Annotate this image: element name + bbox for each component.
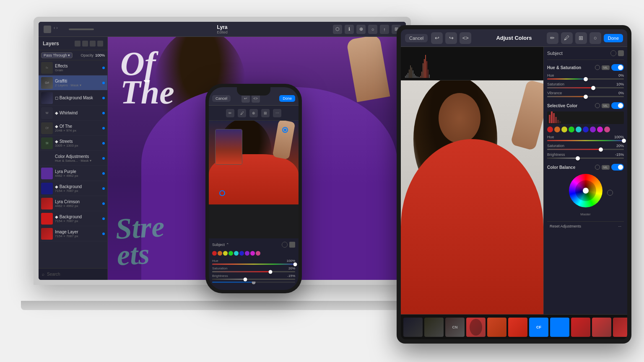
iphone-dot-purple[interactable] (245, 251, 249, 256)
layer-bg-mask[interactable]: ◻ Background Mask (39, 90, 107, 106)
color-dot-orange[interactable] (554, 127, 560, 132)
layer-whirlwind[interactable]: W ◆ Whirlwind (39, 106, 107, 121)
film-thumb-10[interactable] (592, 318, 611, 337)
info-btn[interactable]: ℹ (345, 25, 354, 34)
color-dot-blue[interactable] (583, 127, 589, 132)
film-thumb-1[interactable] (403, 318, 423, 337)
color-dot-magenta[interactable] (604, 127, 610, 132)
adjust-btn[interactable]: ⊕ (356, 25, 366, 34)
slider-sat-track[interactable] (547, 87, 624, 88)
film-thumb-3[interactable]: CN (445, 318, 465, 337)
ipad-grid-icon[interactable]: ⊞ (575, 32, 587, 44)
color-wheel-dot[interactable] (584, 189, 588, 193)
iphone-pen-icon[interactable]: 🖊 (238, 109, 246, 117)
iphone-dot-pink[interactable] (250, 251, 255, 256)
iphone-brightness-thumb[interactable] (244, 277, 247, 281)
iphone-dot-blue[interactable] (239, 251, 244, 256)
layers-search[interactable]: ⌕ Search (39, 268, 107, 280)
slider-hue-thumb[interactable] (584, 77, 588, 81)
iphone-more-icon-small[interactable] (289, 242, 295, 248)
slider-sel-sat-thumb[interactable] (599, 147, 603, 152)
reset-adjustments-button[interactable]: Reset Adjustments ··· (547, 221, 624, 231)
iphone-more-icon[interactable]: ⋯ (273, 109, 281, 117)
ipad-pen-icon[interactable]: 🖊 (561, 32, 573, 44)
color-wheel-outer-control[interactable] (607, 190, 613, 196)
color-balance-reset-icon[interactable] (595, 165, 600, 170)
layer-ofthe[interactable]: Of ◆ Of The 2048 × 974 px (39, 121, 107, 136)
layer-bg-blue[interactable]: ◆ Background 7154 × 7087 px (39, 181, 107, 196)
film-thumb-8[interactable] (550, 318, 569, 337)
film-thumb-4[interactable] (466, 318, 486, 337)
layer-bg-red[interactable]: ◆ Background 7154 × 7087 px (39, 211, 107, 226)
iphone-dot-magenta[interactable] (256, 251, 260, 256)
layer-lyra-crimson[interactable]: Lyra Crimson 4462 × 4962 px (39, 196, 107, 211)
slider-vibrance-thumb[interactable] (584, 95, 588, 99)
selective-toggle[interactable] (611, 102, 624, 109)
iphone-hue-track[interactable] (212, 264, 295, 265)
film-thumb-9[interactable] (571, 318, 590, 337)
ipad-pencil-icon[interactable]: ✏ (547, 32, 558, 44)
layer-color-adj[interactable]: Color Adjustments Hue & Satura... · Mask… (39, 151, 107, 166)
iphone-dot-teal[interactable] (234, 251, 239, 256)
color-balance-toggle[interactable] (611, 164, 624, 171)
slider-sat-thumb[interactable] (591, 86, 595, 90)
layers-add-icon[interactable] (82, 41, 88, 47)
subject-menu-icon[interactable] (618, 50, 624, 56)
iphone-dot-yellow[interactable] (223, 251, 228, 256)
iphone-saturation-thumb[interactable] (268, 270, 272, 274)
layer-lyra-purple[interactable]: Lyra Purple 4462 × 4962 px (39, 166, 107, 181)
slider-sel-brightness-thumb[interactable] (576, 156, 580, 160)
iphone-hue-thumb[interactable] (293, 262, 297, 266)
layer-effects[interactable]: fx Effects Grain (39, 60, 107, 75)
slider-sel-brightness-track[interactable] (547, 158, 624, 159)
ipad-done-button[interactable]: Done (604, 34, 623, 42)
hue-sat-reset-icon[interactable] (595, 65, 600, 70)
layer-image[interactable]: Image Layer 7154 × 7087 px (39, 226, 107, 241)
blend-mode-button[interactable]: Pass Through ▾ (41, 52, 73, 58)
layer-graffiti[interactable]: Grf Graffiti 2 Layers · Mask ▾ (39, 75, 107, 90)
color-balance-wheel[interactable] (569, 174, 602, 207)
iphone-pencil-icon[interactable]: ✏ (226, 109, 234, 117)
iphone-dot-red[interactable] (212, 251, 217, 256)
slider-sel-hue-track[interactable] (547, 140, 624, 141)
export-btn[interactable]: ↑ (380, 25, 389, 34)
slider-sel-sat-track[interactable] (547, 149, 624, 150)
circle-btn[interactable]: ○ (368, 25, 377, 34)
iphone-cancel-button[interactable]: Cancel (212, 95, 231, 102)
iphone-dot-orange[interactable] (218, 251, 222, 256)
iphone-grid-icon[interactable]: ⊞ (261, 109, 270, 117)
slider-hue-track[interactable] (547, 78, 624, 80)
color-dot-teal[interactable] (576, 127, 582, 132)
film-thumb-2[interactable] (424, 318, 444, 337)
film-thumb-11[interactable] (613, 318, 627, 337)
hue-sat-toggle[interactable] (611, 64, 624, 71)
iphone-dot-green[interactable] (229, 251, 233, 256)
film-thumb-7-selected[interactable]: CF (529, 318, 548, 337)
color-dot-pink[interactable] (597, 127, 603, 132)
slider-vibrance-track[interactable] (547, 96, 624, 97)
iphone-brightness-track[interactable] (212, 279, 295, 280)
ipad-cancel-button[interactable]: Cancel (405, 34, 428, 42)
layer-streets[interactable]: St ◆ Streets 3305 × 1303 px (39, 136, 107, 151)
selective-reset-icon[interactable] (595, 103, 600, 108)
color-dot-green[interactable] (569, 127, 574, 132)
nav-icon[interactable]: ‹ › (54, 26, 66, 33)
film-thumb-5[interactable] (487, 318, 506, 337)
film-thumb-6[interactable] (508, 318, 527, 337)
layers-menu-icon[interactable] (90, 41, 96, 47)
layers-minus-icon[interactable] (75, 41, 80, 47)
layers-settings-icon[interactable] (97, 41, 103, 47)
ipad-redo-btn[interactable]: ↪ (445, 32, 457, 44)
color-dot-red[interactable] (547, 127, 553, 132)
sidebar-toggle-icon[interactable] (44, 26, 51, 33)
share-btn[interactable]: ⬡ (333, 25, 342, 34)
subject-reset-icon[interactable] (610, 50, 616, 56)
ipad-circle-icon[interactable]: ○ (589, 32, 601, 44)
iphone-done-button[interactable]: Done (279, 95, 295, 102)
iphone-saturation-track[interactable] (212, 271, 295, 272)
iphone-reset-icon[interactable] (282, 242, 288, 248)
ipad-code-btn[interactable]: <> (460, 32, 471, 44)
iphone-mask-icon[interactable]: ⊕ (249, 109, 258, 117)
slider-sel-hue-thumb[interactable] (622, 139, 626, 143)
color-dot-yellow[interactable] (561, 127, 567, 132)
